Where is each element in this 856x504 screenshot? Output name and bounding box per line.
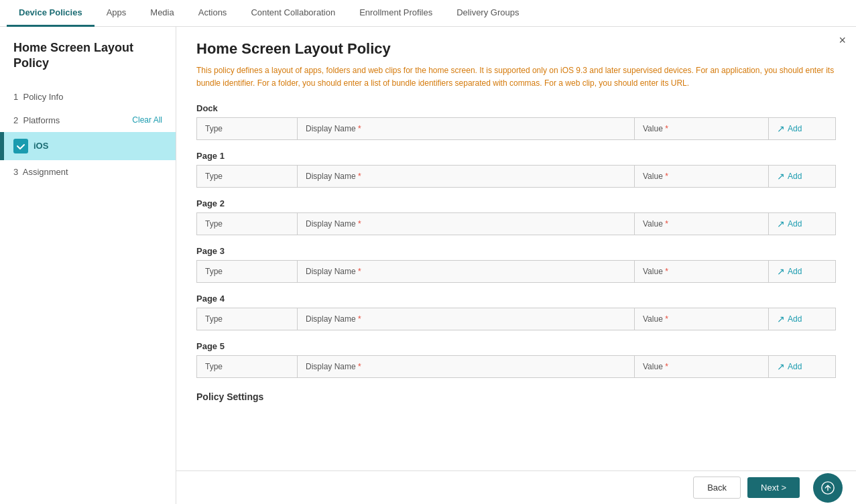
add-icon-page5: ↗ — [777, 361, 785, 372]
sidebar-step-label: 1 Policy Info — [13, 92, 162, 102]
col-add-page1: ↗ Add — [769, 166, 836, 188]
col-value-page4: Value * — [635, 308, 769, 330]
sidebar-step-label: 3 Assignment — [13, 167, 162, 177]
page5-table: Type Display Name * Value * ↗ Add — [196, 355, 836, 378]
col-type-page4: Type — [197, 308, 298, 330]
section-page1-label: Page 1 — [196, 151, 836, 161]
clear-all-button[interactable]: Clear All — [132, 115, 162, 125]
col-display-name-page5: Display Name * — [298, 356, 635, 378]
add-icon-page3: ↗ — [777, 266, 785, 277]
add-link-page4[interactable]: ↗ Add — [777, 314, 802, 324]
col-value-page2: Value * — [635, 213, 769, 235]
col-type-page3: Type — [197, 261, 298, 283]
ios-check-icon — [13, 139, 28, 153]
sidebar-item-ios[interactable]: iOS — [0, 132, 176, 160]
section-page2-label: Page 2 — [196, 198, 836, 208]
sidebar-step-platforms[interactable]: 2 Platforms Clear All — [0, 109, 176, 132]
section-page1: Page 1 Type Display Name * Value * ↗ Add — [196, 151, 836, 188]
add-link-page2[interactable]: ↗ Add — [777, 218, 802, 229]
page2-table: Type Display Name * Value * ↗ Add — [196, 212, 836, 235]
add-icon-dock: ↗ — [777, 123, 785, 134]
col-display-name-page2: Display Name * — [298, 213, 635, 235]
col-add-page4: ↗ Add — [769, 308, 836, 330]
section-page5-label: Page 5 — [196, 341, 836, 351]
col-add-page3: ↗ Add — [769, 261, 836, 283]
tab-actions[interactable]: Actions — [186, 0, 239, 27]
section-page4-label: Page 4 — [196, 294, 836, 304]
policy-description: This policy defines a layout of apps, fo… — [196, 64, 836, 90]
main-content: × Home Screen Layout Policy This policy … — [176, 27, 856, 504]
fab-button[interactable] — [813, 473, 843, 503]
sidebar-policy-title: Home Screen Layout Policy — [0, 40, 176, 85]
tab-content-collaboration[interactable]: Content Collaboration — [239, 0, 347, 27]
section-page3-label: Page 3 — [196, 246, 836, 256]
col-type-page5: Type — [197, 356, 298, 378]
col-header-type: Type — [197, 118, 298, 140]
section-page5: Page 5 Type Display Name * Value * ↗ Add — [196, 341, 836, 378]
section-dock: Dock Type Display Name * Value * — [196, 103, 836, 140]
sidebar-step-policy-info[interactable]: 1 Policy Info — [0, 85, 176, 109]
col-add-page2: ↗ Add — [769, 213, 836, 235]
policy-settings-label: Policy Settings — [196, 391, 836, 402]
col-value-page3: Value * — [635, 261, 769, 283]
policy-title: Home Screen Layout Policy — [196, 40, 836, 58]
col-value-page1: Value * — [635, 166, 769, 188]
col-add-page5: ↗ Add — [769, 356, 836, 378]
sidebar: Home Screen Layout Policy 1 Policy Info … — [0, 27, 176, 504]
page4-table: Type Display Name * Value * ↗ Add — [196, 308, 836, 330]
col-header-display-name: Display Name * — [298, 118, 635, 140]
section-page2: Page 2 Type Display Name * Value * ↗ Add — [196, 198, 836, 235]
col-display-name-page3: Display Name * — [298, 261, 635, 283]
page3-table: Type Display Name * Value * ↗ Add — [196, 260, 836, 283]
col-type-page2: Type — [197, 213, 298, 235]
tab-delivery-groups[interactable]: Delivery Groups — [444, 0, 531, 27]
footer: Back Next > — [176, 470, 856, 504]
add-icon-page2: ↗ — [777, 218, 785, 229]
sidebar-step-assignment[interactable]: 3 Assignment — [0, 160, 176, 184]
section-dock-label: Dock — [196, 103, 836, 113]
col-display-name-page1: Display Name * — [298, 166, 635, 188]
sidebar-step-label: 2 Platforms — [13, 115, 132, 125]
top-nav: Device Policies Apps Media Actions Conte… — [0, 0, 856, 27]
add-icon-page4: ↗ — [777, 314, 785, 324]
col-header-value: Value * — [635, 118, 769, 140]
section-page4: Page 4 Type Display Name * Value * ↗ Add — [196, 294, 836, 330]
tab-device-policies[interactable]: Device Policies — [7, 0, 95, 27]
tab-media[interactable]: Media — [138, 0, 186, 27]
col-type-page1: Type — [197, 166, 298, 188]
col-header-add: ↗ Add — [769, 118, 836, 140]
page1-table: Type Display Name * Value * ↗ Add — [196, 165, 836, 188]
section-page3: Page 3 Type Display Name * Value * ↗ Add — [196, 246, 836, 283]
col-display-name-page4: Display Name * — [298, 308, 635, 330]
add-link-page1[interactable]: ↗ Add — [777, 171, 802, 182]
col-value-page5: Value * — [635, 356, 769, 378]
add-link-page5[interactable]: ↗ Add — [777, 361, 802, 372]
ios-label: iOS — [34, 141, 48, 151]
tab-apps[interactable]: Apps — [95, 0, 139, 27]
add-icon-page1: ↗ — [777, 171, 785, 182]
tab-enrollment-profiles[interactable]: Enrollment Profiles — [347, 0, 444, 27]
close-button[interactable]: × — [839, 34, 846, 48]
add-link-dock[interactable]: ↗ Add — [777, 123, 802, 134]
dock-table: Type Display Name * Value * ↗ Add — [196, 117, 836, 140]
back-button[interactable]: Back — [693, 477, 741, 499]
add-link-page3[interactable]: ↗ Add — [777, 266, 802, 277]
next-button[interactable]: Next > — [747, 477, 800, 498]
